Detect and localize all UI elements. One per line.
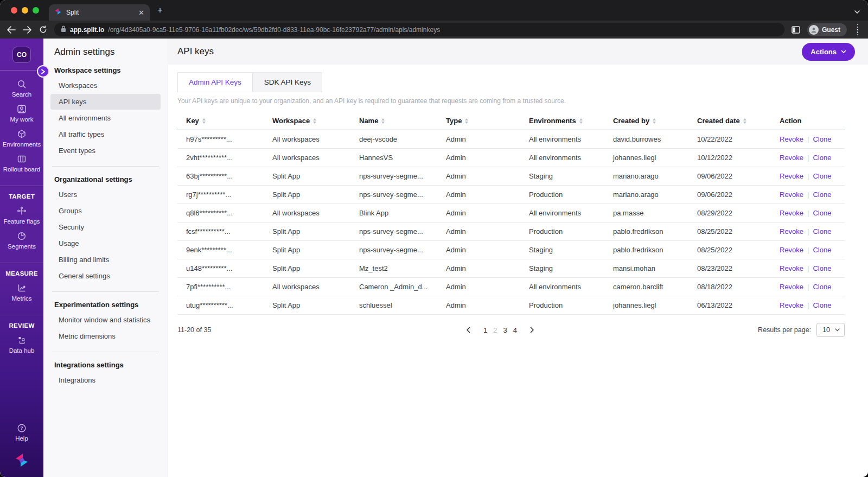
profile-chip[interactable]: Guest: [807, 23, 847, 36]
settings-nav-item[interactable]: Event types: [50, 143, 161, 158]
clone-link[interactable]: Clone: [813, 172, 831, 180]
actions-button[interactable]: Actions: [802, 43, 855, 61]
forward-button[interactable]: [23, 26, 32, 34]
table-column-header[interactable]: Environments: [520, 112, 604, 130]
table-column-header[interactable]: Created by: [604, 112, 688, 130]
settings-nav-item[interactable]: Usage: [50, 236, 161, 251]
cell-type: Admin: [437, 135, 520, 143]
settings-nav-item[interactable]: Metric dimensions: [50, 328, 161, 344]
browser-tab[interactable]: Split ✕: [49, 4, 150, 21]
sort-icon[interactable]: [653, 118, 656, 124]
clone-link[interactable]: Clone: [813, 246, 831, 254]
tab[interactable]: Admin API Keys: [177, 72, 253, 92]
clone-link[interactable]: Clone: [813, 264, 831, 272]
settings-nav-item[interactable]: Monitor window and statistics: [50, 312, 161, 328]
sidebar-item-feature-flags[interactable]: Feature flags: [0, 206, 43, 225]
reload-button[interactable]: [39, 26, 47, 34]
sidebar-item-metrics[interactable]: Metrics: [0, 283, 43, 302]
table-column-header[interactable]: Created date: [688, 112, 771, 130]
clone-link[interactable]: Clone: [813, 227, 831, 236]
org-badge[interactable]: CO: [12, 47, 31, 63]
cell-key: 2vht**********...: [177, 154, 264, 162]
sidebar-item-data-hub[interactable]: Data hub: [0, 335, 43, 354]
cell-action: Revoke|Clone: [771, 264, 845, 272]
revoke-link[interactable]: Revoke: [780, 227, 803, 236]
page-number[interactable]: 2: [493, 326, 497, 334]
table-column-header[interactable]: Key: [177, 112, 264, 130]
sort-icon[interactable]: [381, 118, 385, 124]
settings-nav-item[interactable]: Billing and limits: [50, 252, 161, 268]
settings-nav-item[interactable]: API keys: [50, 94, 161, 110]
results-per-page-select[interactable]: 10: [816, 323, 845, 337]
settings-section-items: Monitor window and statisticsMetric dime…: [50, 312, 161, 344]
settings-nav-item[interactable]: All environments: [50, 110, 161, 126]
cell-action: Revoke|Clone: [771, 190, 845, 199]
revoke-link[interactable]: Revoke: [780, 154, 803, 162]
window-close-button[interactable]: [11, 7, 17, 14]
sort-icon[interactable]: [202, 118, 206, 124]
settings-nav-item[interactable]: All traffic types: [50, 126, 161, 142]
clone-link[interactable]: Clone: [813, 135, 831, 143]
revoke-link[interactable]: Revoke: [780, 172, 803, 180]
revoke-link[interactable]: Revoke: [780, 135, 803, 143]
table-column-header[interactable]: Type: [437, 112, 520, 130]
cell-workspace: Split App: [264, 264, 350, 272]
content-header: API keys Actions: [168, 39, 868, 65]
tab-close-icon[interactable]: ✕: [138, 9, 144, 17]
sidebar-collapse-button[interactable]: [37, 65, 49, 78]
side-panel-icon[interactable]: [792, 26, 800, 34]
sort-icon[interactable]: [465, 118, 468, 124]
clone-link[interactable]: Clone: [813, 190, 831, 199]
sidebar-item-help[interactable]: ? Help: [14, 423, 29, 442]
sidebar-item-my-work[interactable]: My work: [0, 104, 43, 123]
settings-nav-item[interactable]: Users: [50, 187, 161, 202]
settings-nav-item[interactable]: Integrations: [50, 372, 161, 388]
clone-link[interactable]: Clone: [813, 209, 831, 217]
sidebar-item-search[interactable]: Search: [0, 79, 43, 98]
page-number[interactable]: 3: [503, 326, 507, 334]
cell-key: 9enk*********...: [177, 246, 264, 254]
page-number[interactable]: 1: [483, 326, 487, 334]
revoke-link[interactable]: Revoke: [780, 301, 803, 309]
back-button[interactable]: [7, 26, 16, 34]
page-number[interactable]: 4: [513, 326, 517, 334]
sidebar-divider: [0, 263, 43, 263]
revoke-link[interactable]: Revoke: [780, 190, 803, 199]
revoke-link[interactable]: Revoke: [780, 283, 803, 291]
cell-created-by: pablo.fredrikson: [604, 227, 688, 236]
cell-name: nps-survey-segme...: [350, 172, 437, 180]
revoke-link[interactable]: Revoke: [780, 264, 803, 272]
tab[interactable]: SDK API Keys: [253, 72, 322, 92]
settings-section-heading: Workspace settings: [54, 66, 161, 74]
sidebar-item-rollout-board[interactable]: Rollout board: [0, 154, 43, 173]
sort-icon[interactable]: [743, 118, 746, 124]
window-minimize-button[interactable]: [22, 7, 28, 14]
sort-icon[interactable]: [313, 118, 316, 124]
settings-nav-item[interactable]: Groups: [50, 203, 161, 219]
cell-workspace: All workspaces: [264, 283, 350, 291]
table-column-header[interactable]: Name: [350, 112, 437, 130]
browser-menu-icon[interactable]: ⋮⋮⋮: [854, 26, 861, 34]
table-column-header[interactable]: Workspace: [264, 112, 350, 130]
clone-link[interactable]: Clone: [813, 154, 831, 162]
window-zoom-button[interactable]: [33, 7, 39, 14]
revoke-link[interactable]: Revoke: [780, 246, 803, 254]
settings-nav-item[interactable]: Security: [50, 219, 161, 235]
sidebar-item-environments[interactable]: Environments: [0, 129, 43, 148]
revoke-link[interactable]: Revoke: [780, 209, 803, 217]
clone-link[interactable]: Clone: [813, 301, 831, 309]
tab-search-chevron-icon[interactable]: [854, 7, 860, 16]
new-tab-button[interactable]: +: [157, 5, 163, 16]
split-logo[interactable]: [14, 452, 29, 470]
clone-link[interactable]: Clone: [813, 283, 831, 291]
next-page-icon[interactable]: [530, 327, 534, 333]
settings-nav-item[interactable]: General settings: [50, 268, 161, 284]
sort-icon[interactable]: [579, 118, 583, 124]
settings-sidebar: Admin settings Workspace settings Worksp…: [43, 39, 168, 477]
previous-page-icon[interactable]: [466, 327, 470, 333]
sidebar-item-segments[interactable]: Segments: [0, 231, 43, 250]
cell-workspace: Split App: [264, 301, 350, 309]
url-bar[interactable]: app.split.io/org/4d3405a0-9ca5-11e5-9706…: [54, 23, 784, 36]
table-column-header[interactable]: Action: [771, 112, 845, 130]
settings-nav-item[interactable]: Workspaces: [50, 78, 161, 93]
